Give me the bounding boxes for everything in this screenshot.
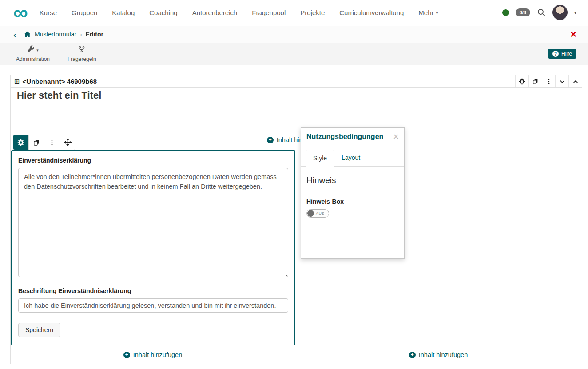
grid-table-icon: ⊞	[14, 78, 20, 85]
frageregeln-button[interactable]: Frageregeln	[68, 46, 96, 62]
add-content-label: Inhalt hinzufügen	[133, 351, 182, 358]
user-menu-caret-icon[interactable]: ▾	[574, 10, 576, 15]
element-header-actions	[515, 75, 582, 87]
hinweis-box-toggle[interactable]: AUS	[306, 209, 329, 218]
close-icon[interactable]: ×	[393, 133, 399, 141]
element-edit-toolbar	[13, 135, 75, 150]
consent-textarea[interactable]: Alle von den Teilnehmer*innen übermittel…	[18, 168, 288, 277]
nav-item-projekte[interactable]: Projekte	[300, 9, 325, 16]
nav-item-curriculumverwaltung[interactable]: Curriculumverwaltung	[339, 9, 404, 16]
dialog-title: Nutzungsbedingungen	[306, 133, 383, 141]
toggle-knob	[307, 210, 314, 217]
hinweis-box-label: Hinweis-Box	[306, 198, 399, 205]
home-icon[interactable]	[24, 31, 31, 38]
breadcrumb: ‹ Musterformular › Editor ×	[0, 26, 588, 43]
duplicate-icon[interactable]	[528, 75, 542, 87]
wrench-icon	[27, 45, 35, 55]
tab-style[interactable]: Style	[306, 150, 334, 167]
form-editor-panel: ⊞ <Unbenannt> 46909b68 Hi	[10, 75, 582, 364]
element-title: <Unbenannt> 46909b68	[23, 78, 97, 85]
nav-item-kurse[interactable]: Kurse	[40, 9, 57, 16]
app-window: ∞ Kurse Gruppen Katalog Coaching Autoren…	[0, 0, 588, 369]
save-button[interactable]: Speichern	[18, 323, 60, 337]
status-indicator-dot	[502, 9, 509, 16]
task-count-badge[interactable]: 0/3	[516, 8, 530, 16]
help-button[interactable]: ? Hilfe	[548, 49, 576, 59]
search-icon[interactable]	[537, 8, 546, 17]
dialog-body: Hinweis Hinweis-Box AUS	[301, 167, 404, 224]
navbar-right-group: 0/3 ▾	[502, 5, 576, 20]
user-avatar[interactable]	[552, 5, 568, 20]
nav-item-katalog[interactable]: Katalog	[112, 9, 135, 16]
help-label: Hilfe	[561, 51, 572, 57]
administration-label: Administration	[16, 56, 50, 62]
nav-item-fragenpool[interactable]: Fragenpool	[252, 9, 286, 16]
breadcrumb-link-musterformular[interactable]: Musterformular	[35, 31, 76, 38]
kebab-menu-icon[interactable]	[542, 75, 555, 87]
dialog-section-heading: Hinweis	[306, 175, 399, 185]
close-icon[interactable]: ×	[570, 30, 576, 38]
kebab-menu-icon[interactable]	[44, 135, 60, 150]
administration-menu-button[interactable]: ▾ Administration	[16, 46, 50, 62]
divider	[306, 190, 399, 190]
dialog-header: Nutzungsbedingungen ×	[301, 128, 404, 146]
breadcrumb-current-editor: Editor	[85, 31, 103, 38]
page-title: Hier steht ein Titel	[17, 90, 101, 101]
dialog-tabs: Style Layout	[301, 146, 404, 167]
breadcrumb-separator: ›	[80, 31, 82, 38]
nav-item-mehr[interactable]: Mehr ▾	[418, 9, 438, 16]
nav-item-coaching[interactable]: Coaching	[149, 9, 177, 16]
add-content-row-left: + Inhalt hinzufügen	[11, 351, 295, 358]
chevron-down-icon[interactable]	[555, 75, 568, 87]
chevron-down-icon: ▾	[36, 48, 39, 52]
selected-element-box: Einverständniserklärung Alle von den Tei…	[11, 150, 295, 345]
add-content-row-right: + Inhalt hinzufügen	[295, 351, 582, 358]
nav-item-autorenbereich[interactable]: Autorenbereich	[192, 9, 238, 16]
plus-circle-icon: +	[409, 352, 416, 358]
gear-icon[interactable]	[515, 75, 528, 87]
editor-toolbar-bar: ▾ Administration Frageregeln ? Hilfe	[0, 43, 588, 65]
add-content-link-right[interactable]: + Inhalt hinzufügen	[409, 351, 468, 358]
caption-label: Beschriftung Einverständniserklärung	[18, 287, 288, 294]
question-circle-icon: ?	[552, 51, 559, 57]
frageregeln-label: Frageregeln	[68, 56, 96, 62]
caption-input[interactable]	[18, 298, 288, 313]
add-content-link-left[interactable]: + Inhalt hinzufügen	[123, 351, 182, 358]
branch-fork-icon	[78, 46, 85, 55]
nav-item-gruppen[interactable]: Gruppen	[72, 9, 97, 16]
chevron-up-icon[interactable]	[568, 75, 582, 87]
tab-layout[interactable]: Layout	[334, 150, 367, 166]
move-drag-icon[interactable]	[60, 135, 75, 150]
openolat-logo-icon[interactable]: ∞	[13, 4, 27, 20]
back-chevron-icon[interactable]: ‹	[13, 30, 16, 39]
chevron-down-icon: ▾	[436, 10, 438, 15]
plus-circle-icon: +	[267, 137, 274, 143]
nav-mehr-label: Mehr	[418, 9, 433, 16]
top-navbar: ∞ Kurse Gruppen Katalog Coaching Autoren…	[0, 0, 588, 25]
element-header: ⊞ <Unbenannt> 46909b68	[11, 75, 582, 88]
add-content-row-top: + Inhalt hinzufügen	[11, 136, 582, 143]
gear-icon[interactable]	[13, 135, 28, 150]
duplicate-icon[interactable]	[28, 135, 44, 150]
plus-circle-icon: +	[123, 352, 130, 358]
toggle-state-label: AUS	[316, 211, 325, 216]
add-content-label: Inhalt hinzufügen	[419, 351, 468, 358]
main-menu: Kurse Gruppen Katalog Coaching Autorenbe…	[40, 9, 438, 16]
consent-label: Einverständniserklärung	[18, 157, 288, 164]
settings-dialog: Nutzungsbedingungen × Style Layout Hinwe…	[301, 127, 405, 259]
